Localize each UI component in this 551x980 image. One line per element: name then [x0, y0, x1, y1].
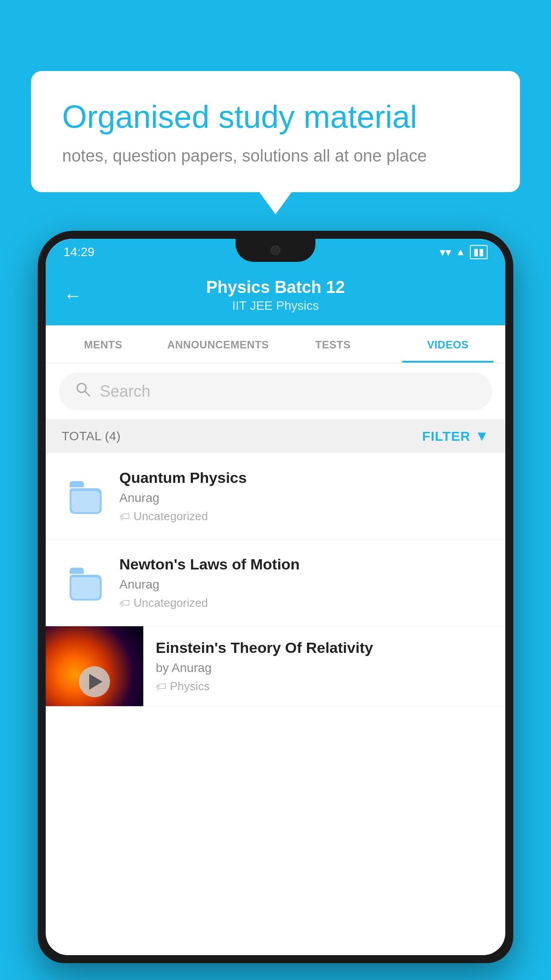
- video-title: Quantum Physics: [119, 469, 489, 486]
- status-icons: ▾▾ ▲ ▮▮: [440, 245, 488, 259]
- tag-label: Physics: [170, 680, 210, 693]
- video-author: Anurag: [119, 577, 489, 592]
- phone-screen: 14:29 ▾▾ ▲ ▮▮ ←: [46, 239, 505, 955]
- video-tag: 🏷 Uncategorized: [119, 510, 489, 523]
- folder-icon: [66, 478, 102, 514]
- tab-announcements[interactable]: ANNOUNCEMENTS: [161, 325, 276, 363]
- play-button[interactable]: [79, 666, 110, 697]
- search-placeholder-text: Search: [100, 382, 150, 401]
- speech-bubble: Organised study material notes, question…: [31, 71, 520, 192]
- header-title: Physics Batch 12: [95, 278, 456, 297]
- wifi-icon: ▾▾: [440, 245, 451, 259]
- video-info: Newton's Laws of Motion Anurag 🏷 Uncateg…: [119, 556, 489, 610]
- tag-icon: 🏷: [119, 510, 130, 523]
- list-item[interactable]: Einstein's Theory Of Relativity by Anura…: [46, 626, 505, 707]
- video-tag: 🏷 Physics: [156, 680, 493, 693]
- back-button[interactable]: ←: [63, 285, 82, 306]
- tab-tests[interactable]: TESTS: [276, 325, 390, 363]
- bubble-title: Organised study material: [62, 98, 489, 136]
- header-title-area: Physics Batch 12 IIT JEE Physics: [95, 278, 456, 313]
- phone-wrapper: 14:29 ▾▾ ▲ ▮▮ ←: [38, 231, 513, 980]
- bubble-subtitle: notes, question papers, solutions all at…: [62, 146, 489, 166]
- video-thumbnail: [46, 626, 143, 706]
- tag-label: Uncategorized: [134, 510, 208, 523]
- svg-line-1: [85, 391, 90, 396]
- status-time: 14:29: [63, 245, 94, 259]
- tabs-bar: MENTS ANNOUNCEMENTS TESTS VIDEOS: [46, 325, 505, 364]
- signal-icon: ▲: [456, 246, 465, 258]
- tag-icon: 🏷: [156, 680, 166, 693]
- video-author: Anurag: [119, 491, 489, 505]
- app-header: ← Physics Batch 12 IIT JEE Physics: [46, 265, 505, 325]
- search-icon: [75, 381, 91, 401]
- filter-funnel-icon: ▼: [475, 428, 489, 444]
- search-container: Search: [46, 364, 505, 419]
- tab-ments[interactable]: MENTS: [46, 325, 161, 363]
- header-subtitle: IIT JEE Physics: [95, 299, 456, 313]
- total-count: TOTAL (4): [62, 429, 121, 443]
- tab-videos[interactable]: VIDEOS: [390, 325, 505, 363]
- video-title: Newton's Laws of Motion: [119, 556, 489, 573]
- list-item[interactable]: Quantum Physics Anurag 🏷 Uncategorized: [46, 453, 505, 540]
- filter-bar: TOTAL (4) FILTER ▼: [46, 419, 505, 453]
- video-author: by Anurag: [156, 661, 493, 675]
- search-bar[interactable]: Search: [59, 372, 492, 410]
- video-tag: 🏷 Uncategorized: [119, 596, 489, 610]
- tag-icon: 🏷: [119, 597, 130, 609]
- video-title: Einstein's Theory Of Relativity: [156, 639, 493, 656]
- play-triangle-icon: [89, 674, 102, 690]
- video-info: Quantum Physics Anurag 🏷 Uncategorized: [119, 469, 489, 523]
- screen-inner: 14:29 ▾▾ ▲ ▮▮ ←: [46, 239, 505, 955]
- notch: [236, 239, 315, 262]
- folder-icon-area: [62, 565, 106, 601]
- filter-button[interactable]: FILTER ▼: [422, 428, 489, 444]
- folder-icon-area: [62, 478, 106, 514]
- filter-label: FILTER: [422, 429, 471, 444]
- video-info: Einstein's Theory Of Relativity by Anura…: [143, 627, 505, 706]
- list-item[interactable]: Newton's Laws of Motion Anurag 🏷 Uncateg…: [46, 540, 505, 626]
- folder-icon: [66, 565, 102, 601]
- speech-bubble-container: Organised study material notes, question…: [31, 71, 520, 192]
- battery-icon: ▮▮: [470, 245, 488, 259]
- video-list: Quantum Physics Anurag 🏷 Uncategorized: [46, 453, 505, 707]
- camera-dot: [271, 245, 280, 255]
- tag-label: Uncategorized: [134, 596, 208, 610]
- status-bar: 14:29 ▾▾ ▲ ▮▮: [46, 239, 505, 265]
- phone-frame: 14:29 ▾▾ ▲ ▮▮ ←: [38, 231, 513, 963]
